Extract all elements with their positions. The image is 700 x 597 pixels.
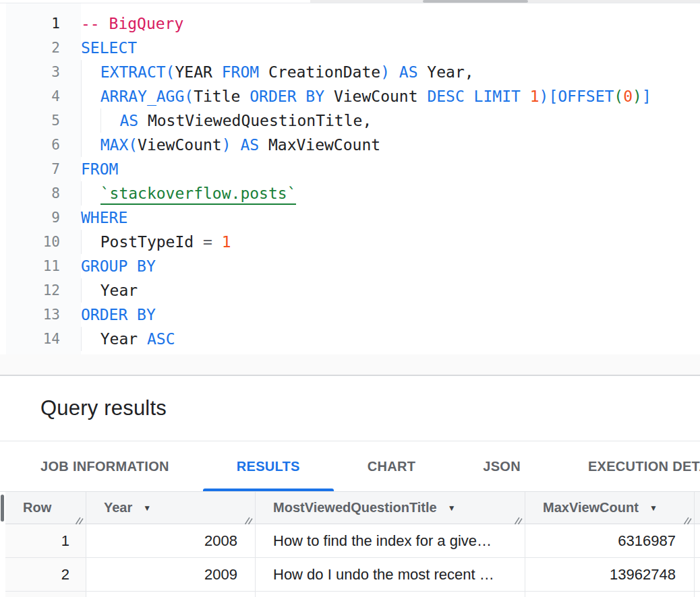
horizontal-scrollbar[interactable] bbox=[310, 0, 700, 3]
code-line-4[interactable]: ARRAY_AGG(Title ORDER BY ViewCount DESC … bbox=[81, 84, 700, 108]
table-row-2: 22009How do I undo the most recent …1396… bbox=[5, 558, 700, 592]
line-number-13: 13 bbox=[6, 303, 81, 327]
row-filler bbox=[695, 524, 700, 557]
cell-most-viewed-question-title bbox=[256, 592, 525, 597]
code-token: = bbox=[203, 233, 212, 251]
line-number-7: 7 bbox=[6, 157, 81, 181]
code-token: MostViewedQuestionTitle, bbox=[138, 112, 372, 129]
results-table-header: RowYear▼MostViewedQuestionTitle▼MaxViewC… bbox=[5, 492, 700, 524]
code-token: ORDER BY bbox=[81, 306, 156, 323]
column-menu-caret-icon[interactable]: ▼ bbox=[649, 504, 658, 512]
cell-year: 2009 bbox=[86, 558, 256, 591]
column-resize-handle-icon[interactable] bbox=[244, 513, 253, 522]
line-number-11: 11 bbox=[6, 254, 81, 278]
cell-year bbox=[86, 592, 256, 597]
indent-guide bbox=[81, 181, 100, 206]
horizontal-scrollbar-thumb[interactable] bbox=[423, 0, 528, 3]
code-token: Year bbox=[100, 282, 138, 299]
column-header-max-view-count: MaxViewCount▼ bbox=[525, 492, 695, 524]
column-header-year: Year▼ bbox=[86, 492, 256, 524]
query-results-title: Query results bbox=[40, 396, 167, 420]
cell-max-view-count: 13962748 bbox=[525, 558, 695, 591]
code-line-7[interactable]: FROM bbox=[81, 157, 700, 181]
code-token bbox=[521, 88, 530, 105]
sql-editor[interactable]: 1234567891011121314 -- BigQuerySELECTEXT… bbox=[0, 3, 700, 354]
bigquery-editor-panel: 1234567891011121314 -- BigQuerySELECTEXT… bbox=[0, 0, 700, 597]
indent-guide bbox=[81, 84, 100, 108]
code-token: ViewCount bbox=[324, 88, 427, 105]
tab-label: EXECUTION DETAILS bbox=[588, 459, 700, 474]
tab-label: JSON bbox=[483, 459, 521, 474]
indent-guide bbox=[100, 108, 120, 133]
line-number-9: 9 bbox=[6, 206, 81, 230]
column-header-label: Row bbox=[23, 500, 51, 515]
code-token: Title bbox=[194, 88, 250, 105]
editor-results-splitter[interactable] bbox=[0, 354, 700, 376]
indent-guide bbox=[81, 108, 100, 133]
cell-row bbox=[5, 592, 86, 597]
editor-line-number-gutter: 1234567891011121314 bbox=[6, 3, 81, 354]
tab-results[interactable]: RESULTS bbox=[203, 441, 334, 491]
code-line-3[interactable]: EXTRACT(YEAR FROM CreationDate) AS Year, bbox=[81, 60, 700, 84]
code-token: 1 bbox=[222, 233, 231, 251]
code-line-1[interactable]: -- BigQuery bbox=[81, 11, 700, 36]
line-number-8: 8 bbox=[6, 181, 81, 206]
code-token: SELECT bbox=[81, 39, 137, 57]
code-line-8[interactable]: `stackoverflow.posts` bbox=[81, 181, 700, 206]
cell-most-viewed-question-title: How to find the index for a give… bbox=[256, 524, 525, 557]
line-number-12: 12 bbox=[6, 278, 81, 303]
tab-label: RESULTS bbox=[237, 459, 300, 474]
column-header-label: MaxViewCount bbox=[543, 500, 639, 515]
column-resize-handle-icon[interactable] bbox=[514, 513, 523, 522]
code-token: Year bbox=[100, 330, 147, 348]
indent-guide bbox=[81, 60, 100, 84]
header-filler bbox=[695, 492, 700, 524]
code-line-11[interactable]: GROUP BY bbox=[81, 254, 700, 278]
query-results-header: Query results bbox=[0, 376, 700, 441]
editor-code-area[interactable]: -- BigQuerySELECTEXTRACT(YEAR FROM Creat… bbox=[81, 3, 700, 354]
code-token: AS bbox=[119, 112, 138, 129]
column-header-most-viewed-question-title: MostViewedQuestionTitle▼ bbox=[256, 492, 525, 524]
code-token: CreationDate bbox=[259, 63, 380, 81]
code-line-2[interactable]: SELECT bbox=[81, 36, 700, 60]
line-number-14: 14 bbox=[6, 327, 81, 351]
table-reference-link[interactable]: `stackoverflow.posts` bbox=[100, 185, 297, 205]
cell-max-view-count: 6316987 bbox=[525, 524, 695, 557]
tab-label: CHART bbox=[368, 459, 416, 474]
column-menu-caret-icon[interactable]: ▼ bbox=[143, 504, 151, 512]
line-number-6: 6 bbox=[6, 133, 81, 157]
code-token: MAX( bbox=[100, 136, 138, 154]
code-token: ) bbox=[633, 88, 642, 105]
code-line-14[interactable]: Year ASC bbox=[81, 327, 700, 351]
cell-row: 1 bbox=[5, 524, 86, 557]
code-token bbox=[212, 233, 222, 251]
code-line-6[interactable]: MAX(ViewCount) AS MaxViewCount bbox=[81, 133, 700, 157]
line-number-10: 10 bbox=[6, 230, 81, 254]
indent-guide bbox=[81, 230, 100, 254]
code-token: Year, bbox=[418, 63, 474, 81]
code-line-13[interactable]: ORDER BY bbox=[81, 303, 700, 327]
code-line-12[interactable]: Year bbox=[81, 278, 700, 303]
code-token: EXTRACT( bbox=[100, 63, 175, 81]
column-resize-handle-icon[interactable] bbox=[683, 513, 692, 522]
column-resize-handle-icon[interactable] bbox=[75, 513, 84, 522]
row-filler bbox=[695, 592, 700, 597]
code-line-10[interactable]: PostTypeId = 1 bbox=[81, 230, 700, 254]
code-token: ViewCount bbox=[138, 136, 222, 154]
tab-json[interactable]: JSON bbox=[449, 441, 554, 491]
code-token: ) AS bbox=[222, 136, 259, 154]
code-token: ORDER BY bbox=[250, 88, 324, 105]
line-number-5: 5 bbox=[6, 108, 81, 133]
cell-max-view-count bbox=[525, 592, 695, 597]
tab-execution-details[interactable]: EXECUTION DETAILS bbox=[554, 441, 700, 491]
tab-chart[interactable]: CHART bbox=[334, 441, 450, 491]
indent-guide bbox=[81, 327, 100, 351]
column-menu-caret-icon[interactable]: ▼ bbox=[448, 504, 456, 512]
code-token: ] bbox=[642, 88, 651, 105]
code-token: ( bbox=[614, 88, 623, 105]
code-token: MaxViewCount bbox=[259, 136, 380, 154]
tab-job-information[interactable]: JOB INFORMATION bbox=[7, 441, 203, 491]
code-line-9[interactable]: WHERE bbox=[81, 206, 700, 230]
code-line-5[interactable]: AS MostViewedQuestionTitle, bbox=[81, 108, 700, 133]
table-vertical-scrollbar-thumb[interactable] bbox=[1, 495, 4, 522]
